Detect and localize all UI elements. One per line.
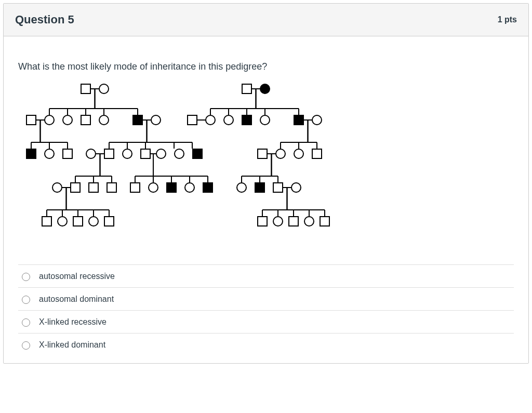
svg-point-97 [149, 183, 158, 192]
svg-point-34 [260, 115, 270, 125]
svg-rect-100 [203, 183, 212, 192]
answer-radio[interactable] [22, 296, 30, 304]
svg-point-14 [45, 115, 54, 125]
svg-point-1 [99, 84, 109, 94]
svg-rect-96 [130, 183, 140, 192]
svg-rect-59 [141, 149, 150, 158]
answer-label: X-linked recessive [39, 317, 107, 327]
answer-option[interactable]: autosomal recessive [18, 264, 514, 287]
svg-point-31 [206, 115, 215, 125]
answer-label: autosomal dominant [39, 295, 114, 304]
svg-point-62 [156, 149, 166, 158]
question-card: Question 5 1 pts What is the most likely… [3, 3, 529, 364]
svg-rect-48 [63, 149, 72, 158]
answer-label: X-linked dominant [39, 340, 105, 350]
svg-point-72 [276, 149, 285, 158]
svg-point-60 [86, 149, 96, 158]
answer-option[interactable]: autosomal dominant [18, 287, 514, 310]
question-number: Question 5 [15, 13, 74, 26]
question-points: 1 pts [498, 15, 517, 24]
svg-point-123 [89, 217, 98, 226]
answer-list: autosomal recessive autosomal dominant X… [18, 255, 514, 356]
svg-point-99 [185, 183, 194, 192]
svg-rect-3 [242, 84, 251, 94]
question-text: What is the most likely mode of inherita… [18, 61, 514, 72]
svg-rect-19 [26, 115, 36, 125]
pedigree-figure [18, 78, 514, 239]
svg-rect-120 [42, 217, 51, 226]
svg-rect-0 [81, 84, 90, 94]
question-header: Question 5 1 pts [4, 4, 528, 36]
svg-rect-108 [255, 183, 264, 192]
answer-label: autosomal recessive [39, 272, 115, 281]
svg-point-4 [260, 84, 270, 94]
svg-point-86 [52, 183, 62, 192]
svg-rect-75 [258, 149, 267, 158]
svg-rect-57 [104, 149, 114, 158]
svg-point-134 [273, 217, 283, 226]
answer-option[interactable]: X-linked dominant [18, 333, 514, 356]
answer-option[interactable]: X-linked recessive [18, 310, 514, 333]
svg-point-121 [58, 217, 67, 226]
svg-rect-135 [289, 217, 298, 226]
svg-point-21 [151, 115, 161, 125]
svg-rect-74 [312, 149, 322, 158]
pedigree-diagram [18, 78, 351, 239]
svg-point-73 [294, 149, 303, 158]
question-body: What is the most likely mode of inherita… [4, 36, 528, 363]
svg-rect-137 [320, 217, 329, 226]
svg-rect-46 [26, 149, 36, 158]
svg-rect-16 [81, 115, 90, 125]
svg-point-15 [63, 115, 72, 125]
svg-rect-124 [104, 217, 114, 226]
svg-rect-65 [193, 149, 202, 158]
svg-rect-33 [242, 115, 251, 125]
svg-rect-109 [273, 183, 283, 192]
svg-point-136 [304, 217, 314, 226]
answer-radio[interactable] [22, 273, 30, 281]
svg-rect-122 [73, 217, 83, 226]
svg-rect-133 [258, 217, 267, 226]
svg-point-47 [45, 149, 54, 158]
svg-point-38 [312, 115, 322, 125]
answer-radio[interactable] [22, 341, 30, 350]
svg-point-110 [291, 183, 301, 192]
svg-point-58 [123, 149, 132, 158]
svg-rect-85 [107, 183, 116, 192]
answer-radio[interactable] [22, 318, 30, 327]
svg-rect-35 [294, 115, 303, 125]
svg-point-17 [99, 115, 109, 125]
svg-rect-98 [167, 183, 176, 192]
svg-rect-18 [133, 115, 142, 125]
svg-point-64 [175, 149, 184, 158]
svg-rect-84 [89, 183, 98, 192]
svg-point-107 [237, 183, 246, 192]
svg-rect-36 [188, 115, 197, 125]
svg-rect-83 [71, 183, 80, 192]
svg-point-32 [224, 115, 233, 125]
